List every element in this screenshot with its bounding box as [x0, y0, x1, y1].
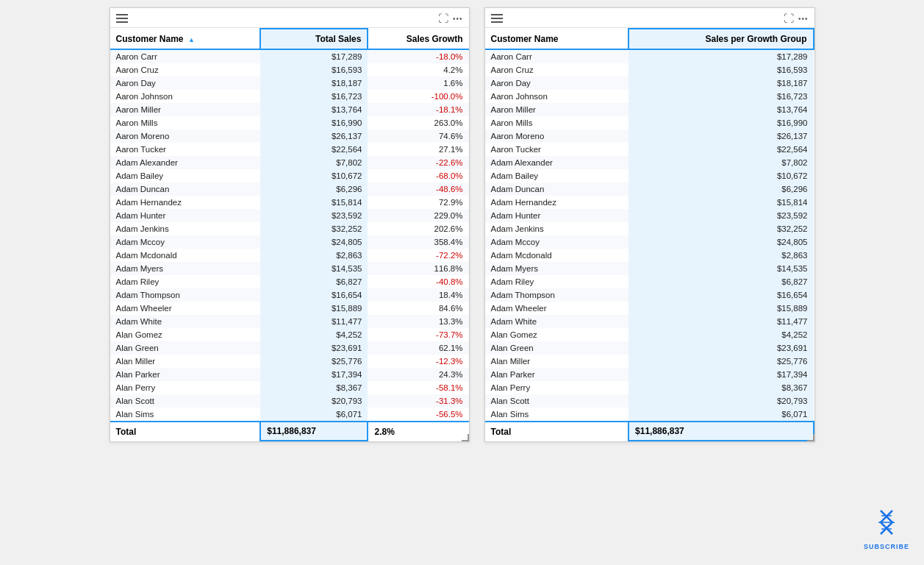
table-row: Aaron Moreno $26,137 74.6% — [110, 129, 469, 143]
resize-handle-2[interactable] — [807, 434, 814, 441]
expand-icon-2[interactable]: ⛶ — [784, 13, 794, 24]
col-sales-growth-group[interactable]: Sales per Growth Group — [628, 29, 813, 49]
table-row: Alan Green $23,691 — [485, 341, 814, 355]
total-sales-2: $11,886,837 — [628, 422, 813, 441]
total-sales-cell: $7,802 — [260, 156, 368, 169]
table-row: Alan Scott $20,793 — [485, 394, 814, 408]
customer-name: Adam Hernandez — [485, 196, 629, 209]
growth-cell: 84.6% — [368, 302, 468, 315]
table-row: Alan Sims $6,071 -56.5% — [110, 408, 469, 422]
table-row: Adam Wheeler $15,889 84.6% — [110, 302, 469, 315]
hamburger-icon-2[interactable] — [491, 14, 503, 23]
table-row: Adam Riley $6,827 — [485, 275, 814, 288]
customer-name: Adam Jenkins — [485, 222, 629, 235]
growth-cell: -56.5% — [368, 408, 468, 422]
total-sales-cell: $16,990 — [260, 116, 368, 129]
sales-growth-group-cell: $4,252 — [628, 328, 813, 341]
total-sales-cell: $16,593 — [260, 63, 368, 77]
widget-1-header-icons: ⛶ ••• — [438, 13, 463, 24]
total-sales-cell: $23,691 — [260, 341, 368, 355]
col-customer-name-1[interactable]: Customer Name ▲ — [110, 29, 261, 49]
widget-2-tbody: Aaron Carr $17,289 Aaron Cruz $16,593 Aa… — [485, 49, 814, 422]
growth-cell: 358.4% — [368, 235, 468, 249]
widget-1-drag-handle[interactable] — [116, 14, 128, 23]
customer-name: Adam Mccoy — [110, 235, 261, 249]
customer-name: Aaron Miller — [110, 103, 261, 116]
widget-1-table-container: Customer Name ▲ Total Sales Sales Growth… — [110, 28, 469, 441]
customer-name: Alan Scott — [485, 394, 629, 408]
ellipsis-icon-1[interactable]: ••• — [453, 15, 463, 23]
customer-name: Adam Mccoy — [485, 235, 629, 249]
customer-name: Alan Sims — [485, 408, 629, 422]
sales-growth-group-cell: $6,071 — [628, 408, 813, 422]
table-row: Adam Hernandez $15,814 72.9% — [110, 196, 469, 209]
growth-cell: -31.3% — [368, 394, 468, 408]
table-row: Alan Sims $6,071 — [485, 408, 814, 422]
customer-name: Alan Parker — [110, 368, 261, 381]
table-row: Aaron Tucker $22,564 27.1% — [110, 143, 469, 156]
widget-2-drag-handle[interactable] — [491, 14, 503, 23]
ellipsis-icon-2[interactable]: ••• — [798, 15, 809, 23]
resize-handle-1[interactable] — [462, 434, 469, 441]
total-sales-cell: $16,654 — [260, 288, 368, 302]
growth-cell: -58.1% — [368, 381, 468, 394]
growth-cell: -100.0% — [368, 90, 468, 103]
expand-icon-1[interactable]: ⛶ — [438, 13, 448, 24]
customer-name: Adam Myers — [485, 262, 629, 275]
customer-name: Adam Myers — [110, 262, 261, 275]
customer-name: Adam Duncan — [485, 182, 629, 196]
col-customer-name-2[interactable]: Customer Name — [485, 29, 629, 49]
total-sales-cell: $20,793 — [260, 394, 368, 408]
total-sales-cell: $18,187 — [260, 77, 368, 90]
customer-name: Aaron Johnson — [485, 90, 629, 103]
sales-growth-group-cell: $13,764 — [628, 103, 813, 116]
growth-cell: -72.2% — [368, 249, 468, 262]
sales-growth-group-cell: $2,863 — [628, 249, 813, 262]
sort-arrow-1: ▲ — [188, 36, 195, 43]
total-sales-1: $11,886,837 — [260, 422, 368, 441]
table-row: Alan Parker $17,394 — [485, 368, 814, 381]
table-row: Alan Gomez $4,252 -73.7% — [110, 328, 469, 341]
growth-cell: -12.3% — [368, 355, 468, 368]
widget-1-tbody: Aaron Carr $17,289 -18.0% Aaron Cruz $16… — [110, 49, 469, 422]
col-sales-growth[interactable]: Sales Growth — [368, 29, 468, 49]
col-total-sales[interactable]: Total Sales — [260, 29, 368, 49]
table-row: Aaron Cruz $16,593 4.2% — [110, 63, 469, 77]
customer-name: Adam Thompson — [110, 288, 261, 302]
customer-name: Aaron Day — [110, 77, 261, 90]
total-sales-cell: $22,564 — [260, 143, 368, 156]
table-row: Alan Perry $8,367 -58.1% — [110, 381, 469, 394]
customer-name: Aaron Tucker — [110, 143, 261, 156]
customer-name: Aaron Moreno — [110, 129, 261, 143]
widget-2-header-row: Customer Name Sales per Growth Group — [485, 29, 814, 49]
customer-name: Alan Parker — [485, 368, 629, 381]
growth-cell: 72.9% — [368, 196, 468, 209]
growth-cell: -18.0% — [368, 49, 468, 63]
total-sales-cell: $13,764 — [260, 103, 368, 116]
customer-name: Adam Riley — [485, 275, 629, 288]
total-sales-cell: $32,252 — [260, 222, 368, 235]
hamburger-icon-1[interactable] — [116, 14, 128, 23]
sales-growth-group-cell: $17,289 — [628, 49, 813, 63]
table-row: Adam Alexander $7,802 -22.6% — [110, 156, 469, 169]
table-row: Aaron Tucker $22,564 — [485, 143, 814, 156]
table-row: Adam Myers $14,535 116.8% — [110, 262, 469, 275]
growth-cell: 202.6% — [368, 222, 468, 235]
customer-name: Adam Wheeler — [485, 302, 629, 315]
sales-growth-group-cell: $16,723 — [628, 90, 813, 103]
sales-growth-group-cell: $24,805 — [628, 235, 813, 249]
customer-name: Aaron Mills — [485, 116, 629, 129]
sales-growth-group-cell: $17,394 — [628, 368, 813, 381]
sales-growth-group-cell: $23,592 — [628, 209, 813, 222]
table-row: Adam Jenkins $32,252 — [485, 222, 814, 235]
subscribe-label[interactable]: SUBSCRIBE — [864, 543, 909, 550]
customer-name: Aaron Tucker — [485, 143, 629, 156]
widget-2-total-row: Total $11,886,837 — [485, 422, 814, 441]
widget-1-table: Customer Name ▲ Total Sales Sales Growth… — [110, 28, 469, 441]
growth-cell: 27.1% — [368, 143, 468, 156]
widget-2-table-container: Customer Name Sales per Growth Group Aar… — [485, 28, 814, 441]
table-row: Adam Myers $14,535 — [485, 262, 814, 275]
table-row: Aaron Miller $13,764 — [485, 103, 814, 116]
total-sales-cell: $10,672 — [260, 169, 368, 182]
subscribe-badge[interactable]: SUBSCRIBE — [864, 509, 909, 550]
